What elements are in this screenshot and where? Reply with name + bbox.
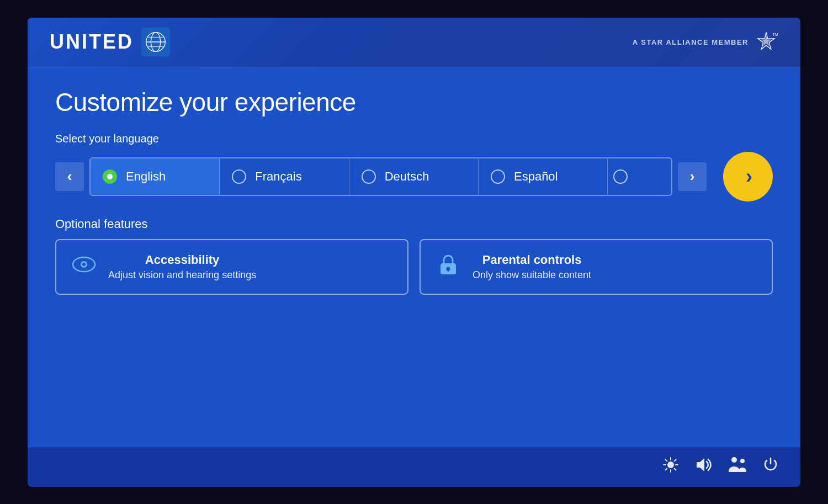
star-alliance-logo-icon: TM <box>754 30 778 54</box>
parental-controls-feature-card[interactable]: Parental controls Only show suitable con… <box>420 239 773 295</box>
language-label-french: Français <box>255 169 301 184</box>
language-option-spanish[interactable]: Español <box>479 158 608 195</box>
svg-marker-24 <box>697 458 704 471</box>
language-label-spanish: Español <box>514 169 558 184</box>
optional-features-section: Optional features Accessibility Adjust v… <box>55 217 773 295</box>
header: UNITED A STAR ALLIANCE MEMBER TM <box>28 18 800 67</box>
volume-icon[interactable] <box>694 457 712 476</box>
svg-line-20 <box>666 460 667 461</box>
language-option-english[interactable]: English <box>91 158 220 195</box>
main-content: Customize your experience Select your la… <box>28 67 800 447</box>
language-row: ‹ English Français <box>55 152 773 201</box>
language-option-german[interactable]: Deutsch <box>349 158 479 195</box>
parental-controls-description: Only show suitable content <box>473 269 591 281</box>
left-chevron-icon: ‹ <box>67 168 72 185</box>
radio-dot-french <box>232 169 246 184</box>
svg-rect-14 <box>448 269 449 272</box>
accessibility-feature-card[interactable]: Accessibility Adjust vision and hearing … <box>55 239 408 295</box>
radio-dot-german <box>362 169 376 184</box>
features-row: Accessibility Adjust vision and hearing … <box>55 239 773 295</box>
logo-area: UNITED <box>50 28 170 56</box>
optional-features-label: Optional features <box>55 217 773 231</box>
united-logo-text: UNITED <box>50 30 134 54</box>
next-button[interactable]: › <box>723 152 773 201</box>
power-icon[interactable] <box>763 457 778 476</box>
main-screen: UNITED A STAR ALLIANCE MEMBER TM Customi… <box>28 18 800 487</box>
language-option-more <box>608 158 671 195</box>
brightness-icon[interactable] <box>662 457 679 477</box>
accessibility-title: Accessibility <box>108 253 256 267</box>
svg-text:TM: TM <box>772 33 778 36</box>
svg-point-11 <box>82 263 86 266</box>
right-chevron-icon: › <box>690 168 695 185</box>
language-next-arrow[interactable]: › <box>678 162 707 191</box>
language-label-english: English <box>126 169 166 184</box>
accessibility-icon <box>72 252 96 282</box>
parental-controls-info: Parental controls Only show suitable con… <box>473 253 591 281</box>
flight-attendant-icon[interactable] <box>728 457 747 477</box>
next-chevron-icon: › <box>746 165 752 188</box>
page-title: Customize your experience <box>55 87 773 117</box>
accessibility-description: Adjust vision and hearing settings <box>108 269 256 281</box>
language-prev-arrow[interactable]: ‹ <box>55 162 84 191</box>
radio-dot-more <box>613 169 628 184</box>
language-options-container: English Français Deutsch E <box>89 157 672 196</box>
radio-dot-spanish <box>491 169 505 184</box>
parental-lock-icon <box>436 252 460 282</box>
svg-point-26 <box>740 459 745 463</box>
radio-dot-english <box>103 169 117 184</box>
svg-line-21 <box>675 469 676 470</box>
language-option-french[interactable]: Français <box>220 158 349 195</box>
accessibility-info: Accessibility Adjust vision and hearing … <box>108 253 256 281</box>
globe-icon <box>141 28 170 56</box>
svg-point-15 <box>667 461 674 468</box>
parental-controls-title: Parental controls <box>473 253 591 267</box>
language-label-german: Deutsch <box>385 169 429 184</box>
star-alliance-area: A STAR ALLIANCE MEMBER TM <box>633 30 778 54</box>
footer <box>28 447 800 487</box>
star-alliance-text: A STAR ALLIANCE MEMBER <box>633 38 749 46</box>
svg-point-25 <box>731 457 737 463</box>
svg-line-23 <box>666 469 667 470</box>
language-section: Select your language ‹ English F <box>55 132 773 201</box>
language-section-label: Select your language <box>55 132 773 145</box>
svg-line-22 <box>675 460 676 461</box>
